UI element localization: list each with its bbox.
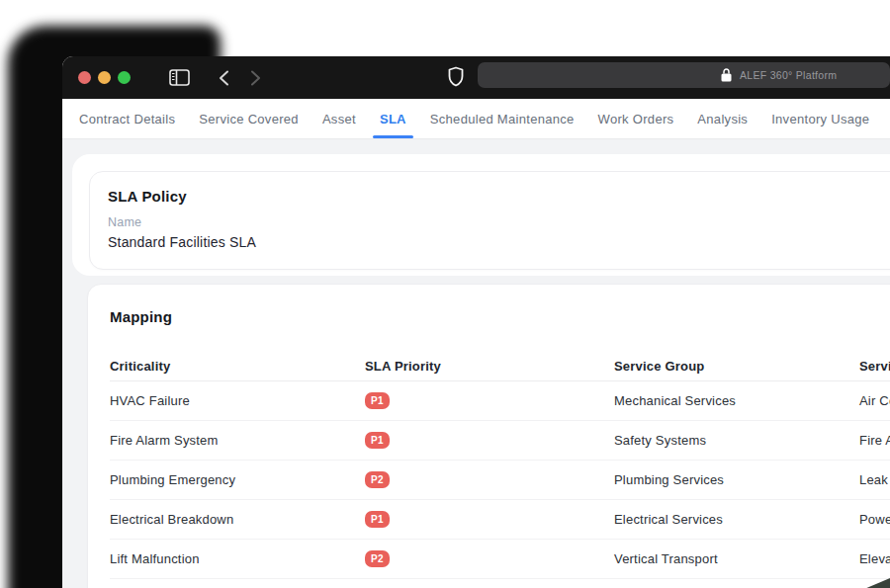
column-header-sla-priority: SLA Priority (365, 359, 614, 374)
column-header-service-group: Service Group (614, 359, 859, 374)
sla-policy-name-value: Standard Facilities SLA (108, 234, 890, 250)
tab-label: Analysis (697, 112, 748, 126)
tab-label: Service Covered (199, 112, 299, 126)
tab-work-orders[interactable]: Work Orders (598, 99, 674, 138)
tab-inventory-usage[interactable]: Inventory Usage (771, 99, 869, 138)
cell-service: Air Co (859, 393, 890, 408)
tab-asset[interactable]: Asset (322, 99, 356, 138)
column-header-criticality: Criticality (110, 359, 365, 374)
close-window-button[interactable] (78, 71, 91, 84)
sidebar-toggle-icon[interactable] (169, 69, 190, 90)
address-bar[interactable]: ALEF 360° Platform (478, 62, 890, 88)
priority-badge: P1 (365, 392, 390, 409)
sla-policy-card: SLA Policy Name Standard Facilities SLA (89, 171, 890, 270)
tab-bar: Contract Details Service Covered Asset S… (62, 99, 890, 139)
zoom-window-button[interactable] (118, 71, 131, 84)
cell-service-group: Vertical Transport (614, 551, 859, 566)
cell-sla-priority: P1 (365, 392, 614, 409)
cell-service: Leak / (859, 472, 890, 487)
cell-service: Elevat (859, 551, 890, 566)
cell-service-group: Safety Systems (614, 433, 859, 448)
sla-policy-name-label: Name (108, 215, 890, 229)
traffic-lights (78, 71, 131, 84)
mapping-card: Mapping Criticality SLA Priority Service… (87, 284, 890, 588)
tab-sla[interactable]: SLA (380, 99, 406, 138)
tab-contract-details[interactable]: Contract Details (79, 99, 175, 138)
cell-service: Power (859, 512, 890, 527)
column-header-service: Servic (859, 359, 890, 374)
cell-service-group: Mechanical Services (614, 393, 859, 408)
tab-label: Asset (322, 112, 356, 126)
screenshot-stage: ALEF 360° Platform Contract Details Serv… (0, 0, 890, 588)
table-row[interactable]: Plumbing Emergency P2 Plumbing Services … (110, 461, 890, 500)
lock-icon (721, 68, 732, 82)
priority-badge: P1 (365, 432, 390, 449)
tab-analysis[interactable]: Analysis (697, 99, 748, 138)
sla-policy-title: SLA Policy (108, 188, 890, 205)
priority-badge: P1 (365, 511, 390, 528)
browser-window: ALEF 360° Platform Contract Details Serv… (62, 56, 890, 588)
mapping-table-body: HVAC Failure P1 Mechanical Services Air … (110, 381, 890, 579)
table-row[interactable]: HVAC Failure P1 Mechanical Services Air … (110, 381, 890, 421)
cell-service: Fire Al (859, 433, 890, 448)
table-row[interactable]: Fire Alarm System P1 Safety Systems Fire… (110, 421, 890, 461)
tab-label: Inventory Usage (771, 112, 869, 126)
cell-sla-priority: P2 (365, 471, 614, 488)
tab-label: SLA (380, 112, 406, 126)
table-row[interactable]: Lift Malfunction P2 Vertical Transport E… (110, 540, 890, 579)
cell-sla-priority: P1 (365, 432, 614, 449)
forward-button[interactable] (250, 70, 261, 90)
mapping-table-header: Criticality SLA Priority Service Group S… (110, 351, 890, 381)
page-content: SLA Policy Name Standard Facilities SLA … (62, 139, 890, 588)
cell-criticality: Fire Alarm System (110, 433, 365, 448)
address-bar-content: ALEF 360° Platform (721, 62, 837, 88)
cell-criticality: Plumbing Emergency (110, 472, 365, 487)
cell-service-group: Plumbing Services (614, 472, 859, 487)
back-button[interactable] (219, 70, 229, 90)
priority-badge: P2 (365, 550, 390, 567)
priority-badge: P2 (365, 471, 390, 488)
mapping-title: Mapping (110, 308, 890, 325)
cell-service-group: Electrical Services (614, 512, 859, 527)
mapping-table: Criticality SLA Priority Service Group S… (110, 351, 890, 579)
table-row[interactable]: Electrical Breakdown P1 Electrical Servi… (110, 500, 890, 540)
cell-sla-priority: P2 (365, 550, 614, 567)
cell-criticality: HVAC Failure (110, 393, 365, 408)
tab-scheduled-maintenance[interactable]: Scheduled Maintenance (430, 99, 575, 138)
privacy-shield-icon[interactable] (448, 66, 464, 91)
minimize-window-button[interactable] (98, 71, 111, 84)
browser-titlebar: ALEF 360° Platform (62, 56, 890, 99)
tab-label: Work Orders (598, 112, 674, 126)
cell-criticality: Electrical Breakdown (110, 512, 365, 527)
tab-service-covered[interactable]: Service Covered (199, 99, 299, 138)
tab-label: Scheduled Maintenance (430, 112, 575, 126)
address-bar-url-label: ALEF 360° Platform (740, 69, 837, 81)
tab-label: Contract Details (79, 112, 175, 126)
cell-sla-priority: P1 (365, 511, 614, 528)
cell-criticality: Lift Malfunction (110, 551, 365, 566)
